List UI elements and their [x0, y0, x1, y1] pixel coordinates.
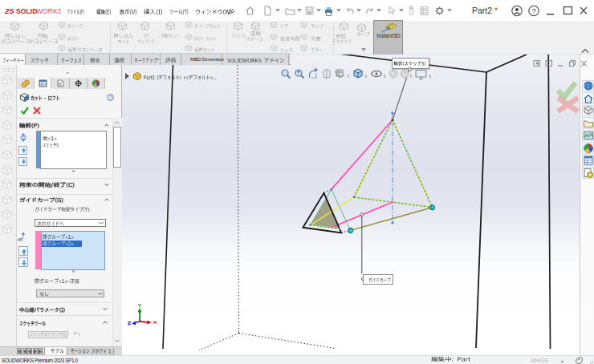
svg-text:SOLID: SOLID	[16, 7, 38, 15]
svg-text:2S: 2S	[5, 6, 14, 15]
svg-text:?: ?	[532, 6, 536, 15]
svg-text:WORKS: WORKS	[36, 7, 61, 15]
svg-text:?: ?	[109, 95, 112, 100]
